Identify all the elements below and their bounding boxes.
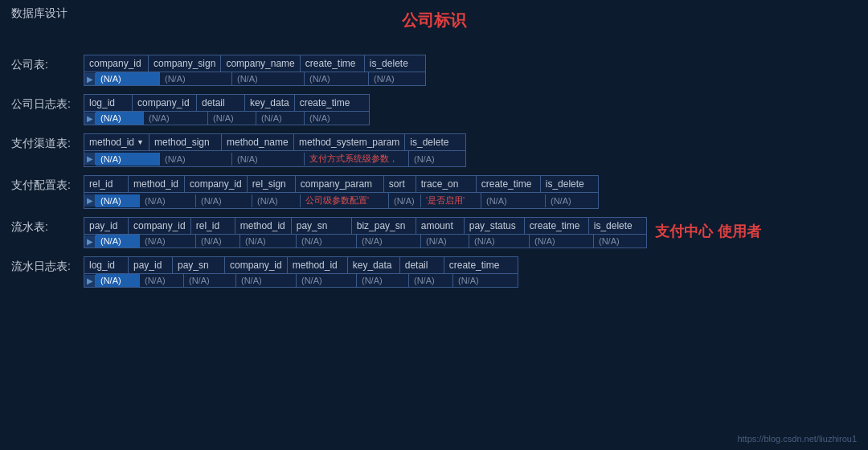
col-is_delete: is_delete: [541, 176, 593, 192]
col-create_time: create_time: [525, 218, 589, 234]
pay-center-label: 支付中心: [655, 217, 713, 241]
cell-create_time: (N/A): [530, 235, 594, 248]
col-is_delete: is_delete: [589, 218, 641, 234]
payment-channel-table-section: 支付渠道表: method_id ▼ method_sign method_na…: [11, 133, 857, 167]
col-trace_on: trace_on: [416, 176, 477, 192]
col-company_id: company_id: [129, 218, 191, 234]
payment-channel-table-label: 支付渠道表:: [11, 133, 84, 151]
cell-company_sign: (N/A): [160, 72, 232, 85]
cell-method_sign: (N/A): [160, 153, 232, 166]
cell-is_delete: (N/A): [369, 72, 425, 85]
col-detail: detail: [400, 257, 444, 273]
col-pay_id: pay_id: [129, 257, 173, 273]
flow-table-section: 流水表: pay_id company_id rel_id method_id …: [11, 217, 857, 248]
cell-company_id: (N/A): [144, 112, 208, 125]
col-method_id: method_id: [288, 257, 348, 273]
col-create_time: create_time: [301, 55, 365, 72]
row-indicator: ▶: [84, 275, 96, 287]
table-row: ▶ (N/A) (N/A) (N/A) (N/A) (N/A) (N/A) (N…: [84, 274, 518, 287]
row-indicator: ▶: [84, 112, 96, 125]
col-pay_sn: pay_sn: [292, 218, 352, 234]
cell-create_time: (N/A): [305, 112, 369, 125]
cell-create_time: (N/A): [305, 72, 369, 85]
cell-company_id: (N/A): [196, 194, 252, 207]
cell-is_delete: (N/A): [546, 194, 598, 207]
table-row: ▶ (N/A) (N/A) (N/A) (N/A) (N/A): [84, 112, 369, 125]
flow-log-table-label: 流水日志表:: [11, 256, 84, 274]
col-is_delete: is_delete: [405, 134, 461, 150]
col-company_id: company_id: [84, 55, 149, 72]
payment-config-table-label: 支付配置表:: [11, 175, 84, 193]
table-row: ▶ (N/A) (N/A) (N/A) (N/A) (N/A): [84, 72, 425, 85]
col-biz_pay_sn: biz_pay_sn: [352, 218, 416, 234]
cell-company_id: (N/A): [236, 274, 297, 287]
cell-pay_id: (N/A): [140, 274, 184, 287]
col-method_id: method_id ▼: [84, 134, 149, 150]
col-method_name: method_name: [222, 134, 294, 150]
row-indicator: ▶: [84, 235, 96, 248]
table-row: ▶ (N/A) (N/A) (N/A) (N/A) (N/A) (N/A) (N…: [84, 235, 646, 248]
cell-sort: (N/A): [389, 194, 421, 207]
cell-company_id: (N/A): [96, 72, 160, 85]
col-method_id: method_id: [235, 218, 292, 234]
col-company_id: company_id: [133, 95, 197, 111]
cell-pay_id: (N/A): [96, 235, 140, 248]
company-log-table-label: 公司日志表:: [11, 94, 84, 112]
cell-rel_id: (N/A): [96, 194, 140, 207]
col-sort: sort: [384, 176, 416, 192]
company-log-table-section: 公司日志表: log_id company_id detail key_data…: [11, 94, 857, 125]
col-pay_sn: pay_sn: [173, 257, 225, 273]
col-create_time: create_time: [444, 257, 509, 273]
col-key_data: key_data: [348, 257, 400, 273]
cell-is_delete: (N/A): [594, 235, 646, 248]
col-create_time: create_time: [477, 176, 541, 192]
cell-amount: (N/A): [421, 235, 469, 248]
col-method_id: method_id: [129, 176, 185, 192]
user-label: 使用者: [718, 217, 761, 241]
watermark: https://blog.csdn.net/liuzhirou1: [737, 434, 857, 444]
col-detail: detail: [197, 95, 245, 111]
col-create_time: create_time: [295, 95, 359, 111]
cell-detail: (N/A): [409, 274, 453, 287]
flow-log-table-section: 流水日志表: log_id pay_id pay_sn company_id m…: [11, 256, 857, 288]
payment-config-table-section: 支付配置表: rel_id method_id company_id rel_s…: [11, 175, 857, 209]
row-indicator: ▶: [84, 73, 96, 85]
flow-table-label: 流水表:: [11, 217, 84, 235]
table-row: ▶ (N/A) (N/A) (N/A) 支付方式系统级参数， (N/A): [84, 151, 465, 166]
payment-channel-table: method_id ▼ method_sign method_name meth…: [84, 133, 466, 167]
cell-method_id: (N/A): [297, 274, 357, 287]
col-rel_id: rel_id: [191, 218, 235, 234]
col-pay_status: pay_status: [465, 218, 525, 234]
cell-pay_status: (N/A): [469, 235, 530, 248]
col-method_system_param: method_system_param: [294, 134, 405, 150]
cell-key_data: (N/A): [256, 112, 305, 125]
col-rel_id: rel_id: [84, 176, 129, 192]
cell-company_param: 公司级参数配置': [301, 193, 389, 208]
cell-company_name: (N/A): [232, 72, 305, 85]
cell-method_id: (N/A): [240, 235, 297, 248]
cell-key_data: (N/A): [357, 274, 409, 287]
company-table-section: 公司表: company_id company_sign company_nam…: [11, 55, 857, 86]
col-amount: amount: [416, 218, 465, 234]
cell-pay_sn: (N/A): [297, 235, 357, 248]
col-company_sign: company_sign: [149, 55, 221, 72]
cell-trace_on: '是否启用': [421, 193, 481, 208]
cell-log_id: (N/A): [96, 274, 140, 287]
col-is_delete: is_delete: [365, 55, 421, 72]
cell-pay_sn: (N/A): [184, 274, 236, 287]
cell-detail: (N/A): [208, 112, 256, 125]
flow-table: pay_id company_id rel_id method_id pay_s…: [84, 217, 647, 248]
col-key_data: key_data: [245, 95, 295, 111]
cell-is_delete: (N/A): [409, 153, 465, 166]
col-company_param: company_param: [296, 176, 384, 192]
col-company_name: company_name: [221, 55, 300, 72]
row-indicator: ▶: [84, 153, 96, 165]
cell-method_id: (N/A): [140, 194, 196, 207]
company-table-label: 公司表:: [11, 55, 84, 72]
cell-create_time: (N/A): [453, 274, 518, 287]
payment-config-table: rel_id method_id company_id rel_sign com…: [84, 175, 599, 209]
col-log_id: log_id: [84, 257, 129, 273]
company-sign-label: 公司标识: [402, 10, 466, 31]
col-log_id: log_id: [84, 95, 133, 111]
cell-rel_id: (N/A): [196, 235, 240, 248]
